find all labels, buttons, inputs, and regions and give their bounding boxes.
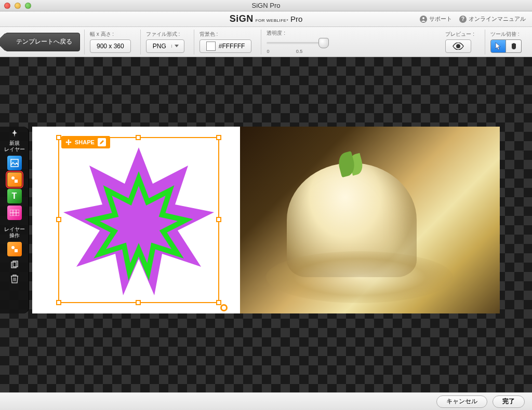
layer-sidebar: 新規 レイヤー T レイヤー 操作 xyxy=(0,127,29,313)
opacity-slider[interactable] xyxy=(267,38,329,48)
bgcolor-label: 背景色 : xyxy=(200,31,252,38)
layer-op-button[interactable] xyxy=(7,242,22,256)
svg-point-3 xyxy=(11,176,15,180)
selection-box[interactable]: SHAPE xyxy=(58,137,219,303)
bgcolor-value: #FFFFFF xyxy=(219,43,245,50)
bgcolor-button[interactable]: #FFFFFF xyxy=(200,39,252,53)
hand-icon xyxy=(510,42,518,50)
duplicate-button[interactable] xyxy=(10,261,19,270)
hand-tool-button[interactable] xyxy=(506,39,522,53)
manual-link[interactable]: ? オンラインマニュアル xyxy=(459,15,526,23)
shapes-icon xyxy=(10,244,19,254)
preview-label: プレビュー : xyxy=(445,31,474,38)
zoom-window-button[interactable] xyxy=(25,3,31,9)
pencil-icon xyxy=(99,139,105,145)
window-titlebar: SiGN Pro xyxy=(0,0,532,11)
image-icon xyxy=(10,158,19,168)
resize-handle-ml[interactable] xyxy=(56,217,61,222)
text-icon: T xyxy=(12,192,17,201)
manual-label: オンラインマニュアル xyxy=(469,15,526,23)
format-value: PNG xyxy=(153,43,166,50)
shape-panel[interactable]: SHAPE xyxy=(32,127,240,313)
brand-for: FOR WEBLIFE* xyxy=(256,18,288,23)
pointer-icon xyxy=(495,42,502,50)
user-icon xyxy=(420,16,427,23)
resize-handle-bm[interactable] xyxy=(136,300,141,305)
support-label: サポート xyxy=(429,15,452,23)
layer-ops-label: レイヤー 操作 xyxy=(4,226,25,239)
done-button[interactable]: 完了 xyxy=(493,395,525,408)
color-swatch xyxy=(206,42,216,51)
shape-layer-button[interactable] xyxy=(7,172,22,187)
window-title: SiGN Pro xyxy=(252,2,281,9)
photo-leaf-decoration xyxy=(336,151,357,177)
delete-button[interactable] xyxy=(10,274,19,283)
svg-rect-4 xyxy=(15,180,18,183)
svg-point-0 xyxy=(422,17,424,19)
back-to-template-button[interactable]: テンプレートへ戻る xyxy=(5,33,80,51)
resize-handle-mr[interactable] xyxy=(216,217,221,222)
close-window-button[interactable] xyxy=(4,3,10,9)
bottom-bar: キャンセル 完了 xyxy=(0,392,532,410)
svg-point-9 xyxy=(11,246,15,249)
svg-point-1 xyxy=(456,44,460,48)
tool-toggle-label: ツール切替 : xyxy=(490,31,522,38)
brand-bar: SiGN FOR WEBLIFE* Pro サポート ? オンラインマニュアル xyxy=(0,11,532,27)
edit-shape-button[interactable] xyxy=(98,138,106,146)
svg-rect-10 xyxy=(15,249,18,252)
grid-icon xyxy=(10,210,19,216)
shape-tag-label: SHAPE xyxy=(75,139,95,145)
copy-icon xyxy=(10,261,19,270)
minimize-window-button[interactable] xyxy=(15,3,21,9)
cancel-button[interactable]: キャンセル xyxy=(436,395,487,408)
shapes-icon xyxy=(10,175,19,184)
slider-thumb[interactable] xyxy=(318,38,329,48)
text-layer-button[interactable]: T xyxy=(7,189,22,203)
resize-handle-tm[interactable] xyxy=(136,135,141,140)
pointer-tool-button[interactable] xyxy=(490,39,506,53)
help-icon: ? xyxy=(459,16,467,23)
canvas-area: 新規 レイヤー T レイヤー 操作 xyxy=(0,57,532,392)
format-select[interactable]: PNG xyxy=(146,39,184,53)
format-label: ファイル形式 : xyxy=(146,31,184,38)
size-button[interactable]: 900 x 360 xyxy=(90,39,131,53)
rotate-handle[interactable] xyxy=(220,304,228,311)
resize-handle-tl[interactable] xyxy=(56,135,61,140)
grid-layer-button[interactable] xyxy=(7,206,22,220)
move-icon xyxy=(65,139,72,145)
shape-tag[interactable]: SHAPE xyxy=(61,136,110,148)
preview-button[interactable] xyxy=(445,39,471,53)
resize-handle-tr[interactable] xyxy=(216,135,221,140)
opacity-min: 0 xyxy=(267,49,269,54)
photo-layer[interactable] xyxy=(240,127,500,313)
toolbar: テンプレートへ戻る 幅 x 高さ : 900 x 360 ファイル形式 : PN… xyxy=(0,27,532,57)
resize-handle-br[interactable] xyxy=(216,300,221,305)
brand-pro: Pro xyxy=(290,15,302,23)
opacity-label: 透明度 : xyxy=(267,30,329,37)
brand-logo: SiGN FOR WEBLIFE* Pro xyxy=(230,13,303,24)
canvas-content[interactable]: SHAPE xyxy=(32,127,500,313)
trash-icon xyxy=(10,274,19,283)
back-label: テンプレートへ戻る xyxy=(16,37,72,46)
support-link[interactable]: サポート xyxy=(420,15,452,23)
resize-handle-bl[interactable] xyxy=(56,300,61,305)
image-layer-button[interactable] xyxy=(7,156,22,170)
done-label: 完了 xyxy=(502,397,515,406)
pin-icon[interactable] xyxy=(11,130,18,137)
size-label: 幅 x 高さ : xyxy=(90,31,131,38)
size-value: 900 x 360 xyxy=(97,43,124,50)
cancel-label: キャンセル xyxy=(446,397,477,406)
opacity-mid: 0.5 xyxy=(296,49,303,54)
eye-icon xyxy=(453,43,464,50)
new-layer-label: 新規 レイヤー xyxy=(4,140,25,153)
brand-sign: SiGN xyxy=(230,13,254,24)
chevron-down-icon xyxy=(171,45,182,48)
